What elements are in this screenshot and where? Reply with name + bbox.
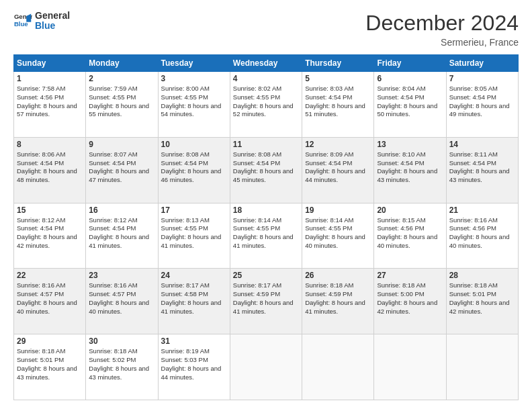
day-number: 16 (89, 205, 154, 215)
day-number: 30 (89, 336, 154, 346)
day-detail: Sunrise: 8:15 AMSunset: 4:56 PMDaylight:… (377, 216, 437, 249)
calendar-cell (446, 334, 518, 400)
header-cell-friday: Friday (374, 55, 446, 72)
day-number: 13 (377, 140, 443, 149)
day-detail: Sunrise: 8:13 AMSunset: 4:55 PMDaylight:… (161, 216, 222, 249)
day-detail: Sunrise: 8:00 AMSunset: 4:55 PMDaylight:… (161, 85, 222, 118)
header-cell-wednesday: Wednesday (230, 55, 302, 72)
calendar-row-1: 8 Sunrise: 8:06 AMSunset: 4:54 PMDayligh… (14, 137, 519, 203)
day-number: 21 (449, 205, 515, 215)
day-detail: Sunrise: 8:16 AMSunset: 4:56 PMDaylight:… (449, 216, 510, 249)
day-number: 6 (377, 74, 443, 83)
day-detail: Sunrise: 8:19 AMSunset: 5:03 PMDaylight:… (161, 347, 222, 380)
logo-line1: General (35, 11, 70, 21)
header-cell-sunday: Sunday (14, 55, 86, 72)
day-number: 26 (305, 271, 371, 280)
day-detail: Sunrise: 7:58 AMSunset: 4:56 PMDaylight:… (17, 85, 77, 118)
calendar-cell: 17 Sunrise: 8:13 AMSunset: 4:55 PMDaylig… (158, 203, 230, 269)
day-detail: Sunrise: 8:18 AMSunset: 5:01 PMDaylight:… (17, 347, 77, 380)
header-cell-tuesday: Tuesday (158, 55, 230, 72)
calendar-cell: 22 Sunrise: 8:16 AMSunset: 4:57 PMDaylig… (14, 269, 86, 334)
day-detail: Sunrise: 8:12 AMSunset: 4:54 PMDaylight:… (17, 216, 77, 249)
calendar-cell: 24 Sunrise: 8:17 AMSunset: 4:58 PMDaylig… (158, 269, 230, 334)
day-detail: Sunrise: 8:16 AMSunset: 4:57 PMDaylight:… (89, 281, 149, 314)
day-detail: Sunrise: 8:05 AMSunset: 4:54 PMDaylight:… (449, 85, 510, 118)
calendar-cell: 19 Sunrise: 8:14 AMSunset: 4:55 PMDaylig… (302, 203, 374, 269)
calendar-cell: 29 Sunrise: 8:18 AMSunset: 5:01 PMDaylig… (14, 334, 86, 400)
day-detail: Sunrise: 8:06 AMSunset: 4:54 PMDaylight:… (17, 150, 77, 183)
header-cell-thursday: Thursday (302, 55, 374, 72)
day-detail: Sunrise: 8:08 AMSunset: 4:54 PMDaylight:… (161, 150, 222, 183)
calendar-row-2: 15 Sunrise: 8:12 AMSunset: 4:54 PMDaylig… (14, 203, 519, 269)
header-row: SundayMondayTuesdayWednesdayThursdayFrid… (14, 55, 519, 72)
day-number: 28 (449, 271, 515, 280)
day-detail: Sunrise: 8:03 AMSunset: 4:54 PMDaylight:… (305, 85, 365, 118)
calendar-cell: 6 Sunrise: 8:04 AMSunset: 4:54 PMDayligh… (374, 72, 446, 138)
day-detail: Sunrise: 8:14 AMSunset: 4:55 PMDaylight:… (305, 216, 365, 249)
day-number: 15 (17, 205, 83, 215)
day-detail: Sunrise: 8:18 AMSunset: 5:00 PMDaylight:… (377, 281, 437, 314)
calendar-cell: 3 Sunrise: 8:00 AMSunset: 4:55 PMDayligh… (158, 72, 230, 138)
calendar-cell: 13 Sunrise: 8:10 AMSunset: 4:54 PMDaylig… (374, 137, 446, 203)
calendar-row-3: 22 Sunrise: 8:16 AMSunset: 4:57 PMDaylig… (14, 269, 519, 334)
calendar-cell: 23 Sunrise: 8:16 AMSunset: 4:57 PMDaylig… (86, 269, 158, 334)
logo: General Blue General Blue (13, 11, 70, 32)
day-detail: Sunrise: 8:08 AMSunset: 4:54 PMDaylight:… (233, 150, 294, 183)
logo-icon: General Blue (13, 11, 32, 30)
calendar-row-4: 29 Sunrise: 8:18 AMSunset: 5:01 PMDaylig… (14, 334, 519, 400)
calendar-cell: 12 Sunrise: 8:09 AMSunset: 4:54 PMDaylig… (302, 137, 374, 203)
calendar-cell: 21 Sunrise: 8:16 AMSunset: 4:56 PMDaylig… (446, 203, 518, 269)
day-number: 10 (161, 140, 227, 149)
calendar-cell: 28 Sunrise: 8:18 AMSunset: 5:01 PMDaylig… (446, 269, 518, 334)
day-number: 29 (17, 336, 83, 346)
day-number: 5 (305, 74, 371, 83)
page: General Blue General Blue December 2024 … (0, 0, 532, 411)
svg-text:Blue: Blue (14, 20, 28, 28)
day-number: 9 (89, 140, 154, 149)
calendar-cell: 8 Sunrise: 8:06 AMSunset: 4:54 PMDayligh… (14, 137, 86, 203)
day-number: 18 (233, 205, 299, 215)
calendar-cell: 14 Sunrise: 8:11 AMSunset: 4:54 PMDaylig… (446, 137, 518, 203)
calendar-cell: 9 Sunrise: 8:07 AMSunset: 4:54 PMDayligh… (86, 137, 158, 203)
day-number: 7 (449, 74, 515, 83)
day-detail: Sunrise: 8:04 AMSunset: 4:54 PMDaylight:… (377, 85, 437, 118)
day-number: 19 (305, 205, 371, 215)
day-number: 23 (89, 271, 154, 280)
day-number: 20 (377, 205, 443, 215)
logo-line2: Blue (35, 21, 70, 31)
calendar-cell: 20 Sunrise: 8:15 AMSunset: 4:56 PMDaylig… (374, 203, 446, 269)
day-number: 4 (233, 74, 299, 83)
day-number: 8 (17, 140, 83, 149)
header-cell-saturday: Saturday (446, 55, 518, 72)
location: Sermerieu, France (365, 37, 519, 48)
day-detail: Sunrise: 7:59 AMSunset: 4:55 PMDaylight:… (89, 85, 149, 118)
calendar-cell: 2 Sunrise: 7:59 AMSunset: 4:55 PMDayligh… (86, 72, 158, 138)
header: General Blue General Blue December 2024 … (13, 11, 519, 48)
calendar-cell: 7 Sunrise: 8:05 AMSunset: 4:54 PMDayligh… (446, 72, 518, 138)
calendar-cell: 4 Sunrise: 8:02 AMSunset: 4:55 PMDayligh… (230, 72, 302, 138)
day-number: 22 (17, 271, 83, 280)
day-number: 1 (17, 74, 83, 83)
day-number: 3 (161, 74, 227, 83)
day-detail: Sunrise: 8:18 AMSunset: 5:02 PMDaylight:… (89, 347, 149, 380)
calendar-cell: 11 Sunrise: 8:08 AMSunset: 4:54 PMDaylig… (230, 137, 302, 203)
calendar-cell (302, 334, 374, 400)
calendar-cell: 5 Sunrise: 8:03 AMSunset: 4:54 PMDayligh… (302, 72, 374, 138)
day-detail: Sunrise: 8:09 AMSunset: 4:54 PMDaylight:… (305, 150, 365, 183)
day-detail: Sunrise: 8:17 AMSunset: 4:58 PMDaylight:… (161, 281, 222, 314)
month-title: December 2024 (365, 11, 519, 36)
day-number: 14 (449, 140, 515, 149)
day-detail: Sunrise: 8:02 AMSunset: 4:55 PMDaylight:… (233, 85, 294, 118)
day-detail: Sunrise: 8:18 AMSunset: 4:59 PMDaylight:… (305, 281, 365, 314)
calendar-cell: 10 Sunrise: 8:08 AMSunset: 4:54 PMDaylig… (158, 137, 230, 203)
calendar-cell: 31 Sunrise: 8:19 AMSunset: 5:03 PMDaylig… (158, 334, 230, 400)
day-detail: Sunrise: 8:17 AMSunset: 4:59 PMDaylight:… (233, 281, 294, 314)
calendar-cell: 1 Sunrise: 7:58 AMSunset: 4:56 PMDayligh… (14, 72, 86, 138)
day-number: 31 (161, 336, 227, 346)
day-detail: Sunrise: 8:10 AMSunset: 4:54 PMDaylight:… (377, 150, 437, 183)
day-detail: Sunrise: 8:12 AMSunset: 4:54 PMDaylight:… (89, 216, 149, 249)
header-cell-monday: Monday (86, 55, 158, 72)
day-detail: Sunrise: 8:07 AMSunset: 4:54 PMDaylight:… (89, 150, 149, 183)
day-number: 12 (305, 140, 371, 149)
calendar-cell: 26 Sunrise: 8:18 AMSunset: 4:59 PMDaylig… (302, 269, 374, 334)
